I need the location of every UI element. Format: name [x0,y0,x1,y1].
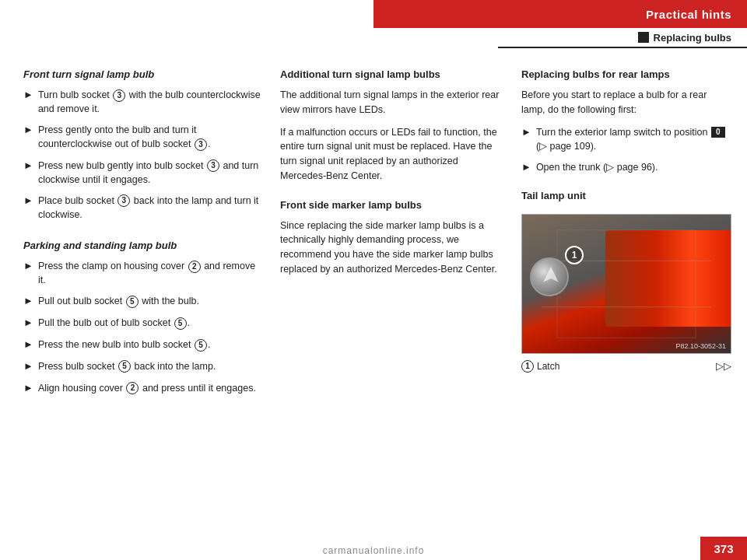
bullet-text: Place bulb socket 3 back into the lamp a… [38,194,265,222]
list-item: ► Press new bulb gently into bulb socket… [23,159,265,187]
bullet-text: Press the clamp on housing cover 2 and r… [38,259,265,287]
section-additional-title: Additional turn signal lamp bulbs [280,68,506,80]
bullet-text: Open the trunk (▷ page 96). [536,160,658,174]
section-parking-title: Parking and standing lamp bulb [23,240,265,251]
subheader-bar: Replacing bulbs [498,28,747,48]
header-bar: Practical hints [374,0,747,28]
image-caption-bar: 1 Latch ▷▷ [521,360,731,373]
caption-left: 1 Latch [521,360,559,373]
caption-circle-1: 1 [521,360,534,373]
bullet-text: Align housing cover 2 and press until it… [38,381,256,395]
main-content: Front turn signal lamp bulb ► Turn bulb … [0,54,747,537]
section-tail-lamp-title: Tail lamp unit [521,190,731,201]
circle-num-2: 2 [126,382,139,394]
list-item: ► Press bulb socket 5 back into the lamp… [23,359,265,374]
svg-rect-3 [557,229,696,337]
bullet-arrow-icon: ► [23,194,33,208]
list-item: ► Turn the exterior lamp switch to posit… [521,125,731,153]
circle-num-3: 3 [117,194,130,207]
circle-num-2: 2 [188,261,201,273]
page-number: 373 [700,537,747,560]
bullet-arrow-icon: ► [23,88,33,103]
bullet-arrow-icon: ► [23,123,33,138]
additional-body2: If a malfunction occurs or LEDs fail to … [280,125,506,184]
bullet-text: Press the new bulb into bulb socket 5. [38,338,211,352]
bullet-arrow-icon: ► [23,294,33,309]
list-item: ► Place bulb socket 3 back into the lamp… [23,194,265,222]
list-item: ► Press the clamp on housing cover 2 and… [23,259,265,287]
bullet-arrow-icon: ► [23,316,33,331]
front-side-body: Since replacing the side marker lamp bul… [280,219,506,277]
double-arrow-icon: ▷▷ [716,360,731,372]
photo-credit: P82.10-3052-31 [675,342,726,350]
rear-intro: Before you start to replace a bulb for a… [521,88,731,117]
circle-num-3: 3 [195,138,207,151]
circle-num-5: 5 [174,317,187,330]
bullet-text: Press gently onto the bulb and turn it c… [38,123,265,151]
bullet-arrow-icon: ► [23,259,33,274]
bullet-arrow-icon: ► [23,159,33,173]
col-left: Front turn signal lamp bulb ► Turn bulb … [23,62,265,529]
bullet-text: Press new bulb gently into bulb socket 3… [38,159,265,187]
bullet-arrow-icon: ► [521,160,531,175]
section-rear-title: Replacing bulbs for rear lamps [521,68,731,80]
list-item: ► Pull out bulb socket 5 with the bulb. [23,294,265,309]
list-item: ► Open the trunk (▷ page 96). [521,160,731,175]
caption-label: Latch [537,361,559,372]
bullet-text: Pull out bulb socket 5 with the bulb. [38,294,199,308]
col-right: Replacing bulbs for rear lamps Before yo… [521,62,731,529]
watermark: carmanualonline.info [323,545,425,556]
circle-num-3: 3 [113,89,125,102]
bullet-arrow-icon: ► [23,338,33,352]
bullet-text: Turn the exterior lamp switch to positio… [536,125,731,153]
lamp-bg: 1 P82.10-3052-31 [522,215,731,353]
bullet-arrow-icon: ► [521,125,531,140]
header-title: Practical hints [646,8,731,21]
circle-num-3: 3 [207,159,219,172]
bullet-text: Press bulb socket 5 back into the lamp. [38,359,216,373]
list-item: ► Press the new bulb into bulb socket 5. [23,338,265,352]
section-front-turn-title: Front turn signal lamp bulb [23,68,265,80]
circle-num-5: 5 [126,296,139,308]
subheader-title: Replacing bulbs [654,32,731,44]
list-item: ► Turn bulb socket 3 with the bulb count… [23,88,265,116]
circle-num-5: 5 [118,360,131,373]
list-item: ► Press gently onto the bulb and turn it… [23,123,265,151]
section-front-side-title: Front side marker lamp bulbs [280,199,506,211]
circle-num-5: 5 [195,339,207,352]
bullet-arrow-icon: ► [23,381,33,396]
position-box: 0 [711,127,725,138]
col-mid: Additional turn signal lamp bulbs The ad… [280,62,506,529]
additional-body1: The additional turn signal lamps in the … [280,88,506,117]
bullet-arrow-icon: ► [23,359,33,374]
list-item: ► Pull the bulb out of bulb socket 5. [23,316,265,331]
bullet-text: Turn bulb socket 3 with the bulb counter… [38,88,265,116]
list-item: ► Align housing cover 2 and press until … [23,381,265,396]
lamp-decorative-svg [522,215,731,353]
tail-lamp-image: 1 P82.10-3052-31 [521,214,731,354]
bullet-text: Pull the bulb out of bulb socket 5. [38,316,190,330]
